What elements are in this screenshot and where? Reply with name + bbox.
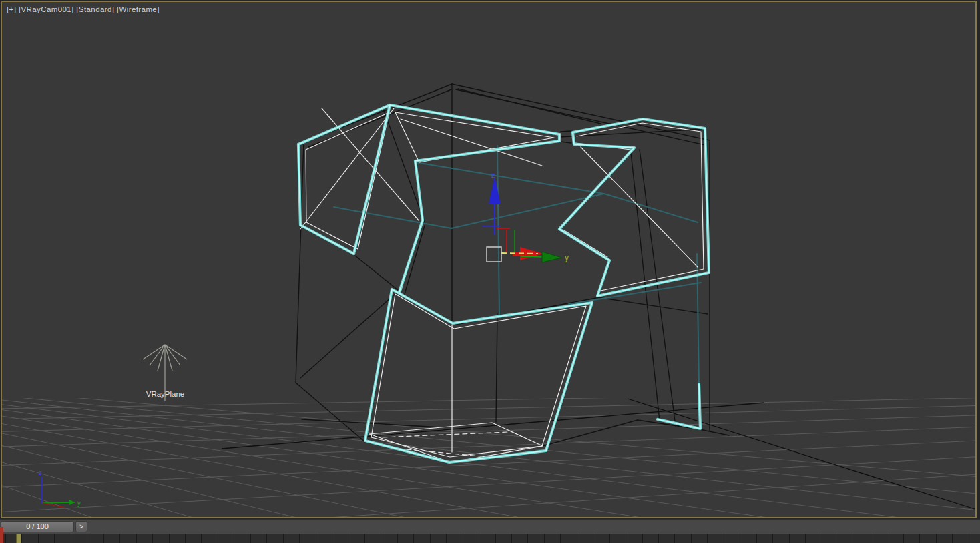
trackbar-tick <box>805 534 806 543</box>
viewport-canvas[interactable]: z y z y <box>0 0 980 543</box>
trackbar-tick <box>283 534 284 543</box>
trackbar-tick <box>756 534 757 543</box>
current-frame-marker[interactable] <box>16 534 21 543</box>
world-y-label: y <box>77 500 81 507</box>
track-bar[interactable] <box>0 534 980 543</box>
trackbar-tick <box>919 534 920 543</box>
world-z-label: z <box>39 469 42 476</box>
trackbar-tick <box>250 534 251 543</box>
next-frame-button[interactable]: > <box>75 521 87 532</box>
trackbar-tick <box>854 534 854 543</box>
viewport-background[interactable] <box>2 2 975 517</box>
trackbar-tick <box>87 534 87 543</box>
viewport-label[interactable]: [+] [VRayCam001] [Standard] [Wireframe] <box>7 5 160 13</box>
trackbar-tick <box>871 534 871 543</box>
trackbar-tick <box>152 534 153 543</box>
trackbar-tick <box>724 534 724 543</box>
trackbar-tick <box>185 534 186 543</box>
trackbar-tick <box>413 534 414 543</box>
trackbar-tick <box>658 534 659 543</box>
gizmo-z-label: z <box>491 171 495 179</box>
trackbar-tick <box>626 534 626 543</box>
trackbar-tick <box>527 534 528 543</box>
trackbar-tick <box>364 534 365 543</box>
trackbar-tick <box>740 534 740 543</box>
trackbar-tick <box>577 534 577 543</box>
trackbar-tick <box>674 534 675 543</box>
trackbar-tick <box>560 534 561 543</box>
trackbar-tick <box>903 534 904 543</box>
trackbar-tick <box>38 534 39 543</box>
trackbar-red-marker <box>0 527 3 543</box>
trackbar-tick <box>332 534 332 543</box>
trackbar-tick <box>299 534 300 543</box>
trackbar-tick <box>838 534 838 543</box>
trackbar-tick <box>201 534 202 543</box>
trackbar-tick <box>642 534 643 543</box>
trackbar-tick <box>952 534 953 543</box>
trackbar-tick <box>136 534 137 543</box>
trackbar-tick <box>381 534 381 543</box>
trackbar-tick <box>511 534 512 543</box>
trackbar-tick <box>119 534 120 543</box>
trackbar-tick <box>463 534 463 543</box>
trackbar-tick <box>544 534 545 543</box>
trackbar-tick <box>593 534 593 543</box>
trackbar-tick <box>218 534 218 543</box>
gizmo-y-axis[interactable] <box>521 256 542 257</box>
trackbar-tick <box>609 534 610 543</box>
trackbar-tick <box>936 534 937 543</box>
trackbar-tick <box>691 534 692 543</box>
trackbar-tick <box>316 534 316 543</box>
trackbar-tick <box>397 534 398 543</box>
trackbar-tick <box>707 534 708 543</box>
trackbar-tick <box>822 534 822 543</box>
trackbar-tick <box>479 534 479 543</box>
vray-plane-label: VRayPlane <box>127 390 204 398</box>
trackbar-tick <box>103 534 104 543</box>
time-slider-bar[interactable]: 0 / 100 > <box>0 519 980 534</box>
trackbar-tick <box>446 534 447 543</box>
trackbar-tick <box>495 534 496 543</box>
trackbar-tick <box>772 534 773 543</box>
trackbar-tick <box>5 534 6 543</box>
gizmo-y-label: y <box>565 253 569 262</box>
trackbar-tick <box>54 534 55 543</box>
trackbar-tick <box>21 534 22 543</box>
max-viewport-window: z y z y [+] [VRayCam001] [Standard] [Wir <box>0 0 980 543</box>
trackbar-tick <box>266 534 267 543</box>
trackbar-tick <box>234 534 234 543</box>
trackbar-tick <box>789 534 790 543</box>
trackbar-tick <box>348 534 348 543</box>
time-slider-button[interactable]: 0 / 100 <box>1 521 74 532</box>
trackbar-tick <box>887 534 887 543</box>
trackbar-tick <box>71 534 71 543</box>
trackbar-tick <box>969 534 969 543</box>
trackbar-tick <box>430 534 431 543</box>
trackbar-tick <box>169 534 170 543</box>
